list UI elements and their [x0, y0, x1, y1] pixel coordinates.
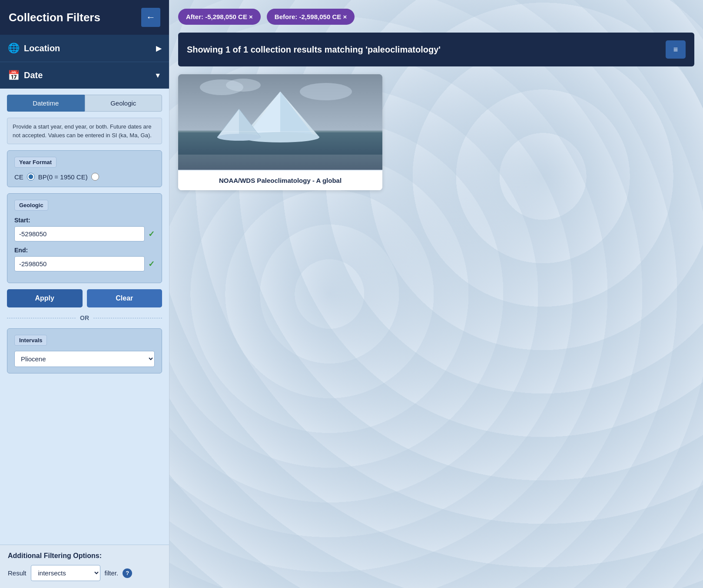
location-arrow-icon: ▶ [156, 44, 161, 53]
date-content: Datetime Geologic Provide a start year, … [0, 89, 169, 545]
sidebar-header: Collection Filters ← [0, 0, 169, 35]
results-text: Showing 1 of 1 collection results matchi… [187, 43, 441, 56]
intervals-box: Intervals Pliocene Miocene Pleistocene H… [7, 328, 162, 373]
apply-button[interactable]: Apply [7, 289, 83, 307]
sidebar-title: Collection Filters [9, 11, 100, 24]
globe-icon: 🌐 [8, 43, 20, 54]
date-tabs: Datetime Geologic [7, 95, 162, 112]
end-check-icon: ✓ [148, 259, 155, 269]
info-text: Provide a start year, end year, or both.… [7, 118, 162, 144]
after-chip: After: -5,298,050 CE × [178, 9, 261, 25]
filter-row: Result intersects contains disjoint with… [8, 565, 161, 581]
end-input[interactable] [14, 256, 145, 271]
filter-chips: After: -5,298,050 CE × Before: -2,598,05… [178, 9, 694, 25]
tab-datetime[interactable]: Datetime [7, 95, 85, 112]
clear-button[interactable]: Clear [87, 289, 162, 307]
card-image-svg [178, 74, 382, 170]
action-buttons: Apply Clear [7, 289, 162, 307]
before-chip-label: Before: -2,598,050 CE × [275, 13, 347, 20]
intervals-select[interactable]: Pliocene Miocene Pleistocene Holocene Ol… [14, 351, 155, 367]
card-title: NOAA/WDS Paleoclimatology - A global [178, 170, 382, 190]
date-arrow-icon: ▼ [154, 72, 161, 79]
location-section[interactable]: 🌐 Location ▶ [0, 35, 169, 62]
or-label: OR [80, 314, 89, 321]
sidebar: Collection Filters ← 🌐 Location ▶ 📅 Date… [0, 0, 169, 588]
intersects-select[interactable]: intersects contains disjoint within [31, 565, 100, 581]
year-format-radios: CE BP(0 = 1950 CE) [14, 173, 155, 181]
location-label: Location [24, 43, 60, 53]
results-banner: Showing 1 of 1 collection results matchi… [178, 33, 694, 66]
list-view-icon: ≡ [673, 45, 678, 54]
before-chip: Before: -2,598,050 CE × [267, 9, 355, 25]
date-section[interactable]: 📅 Date ▼ [0, 62, 169, 89]
additional-title: Additional Filtering Options: [8, 552, 161, 560]
start-check-icon: ✓ [148, 229, 155, 239]
card-image [178, 74, 382, 170]
svg-point-12 [217, 134, 261, 141]
start-label: Start: [14, 217, 155, 224]
geologic-section-label: Geologic [14, 200, 48, 211]
start-input-row: ✓ [14, 226, 155, 241]
main-content: After: -5,298,050 CE × Before: -2,598,05… [169, 0, 703, 588]
svg-point-3 [300, 83, 352, 100]
intervals-label: Intervals [14, 335, 47, 346]
year-format-label: Year Format [14, 157, 56, 168]
bp-label: BP(0 = 1950 CE) [38, 173, 88, 181]
or-divider: OR [7, 314, 162, 321]
end-input-row: ✓ [14, 256, 155, 271]
svg-rect-14 [178, 155, 382, 170]
list-view-button[interactable]: ≡ [666, 40, 686, 59]
help-icon[interactable]: ? [123, 568, 132, 578]
bp-radio[interactable] [91, 173, 99, 181]
calendar-icon: 📅 [8, 70, 20, 81]
start-field-row: Start: ✓ [14, 217, 155, 241]
geologic-box: Geologic Start: ✓ End: ✓ [7, 193, 162, 283]
start-input[interactable] [14, 226, 145, 241]
ce-radio[interactable] [27, 173, 35, 181]
result-label: Result [8, 569, 27, 577]
back-button[interactable]: ← [141, 8, 160, 27]
collection-card[interactable]: NOAA/WDS Paleoclimatology - A global [178, 74, 382, 190]
svg-point-2 [226, 79, 261, 92]
tab-geologic[interactable]: Geologic [85, 95, 162, 112]
ce-label: CE [14, 173, 23, 181]
after-chip-label: After: -5,298,050 CE × [186, 13, 253, 20]
end-field-row: End: ✓ [14, 247, 155, 271]
filter-dot-label: filter. [105, 569, 119, 577]
end-label: End: [14, 247, 155, 254]
additional-filtering: Additional Filtering Options: Result int… [0, 545, 169, 588]
date-label: Date [24, 70, 43, 80]
year-format-box: Year Format CE BP(0 = 1950 CE) [7, 150, 162, 187]
